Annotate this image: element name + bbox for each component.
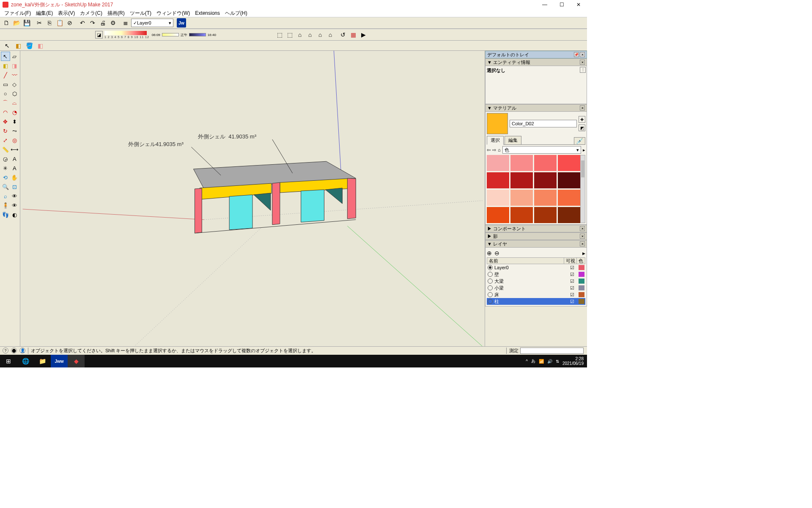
- swatch[interactable]: [558, 190, 580, 206]
- shadow-close-icon[interactable]: ✕: [580, 234, 585, 239]
- lasso-tool-icon[interactable]: ▱: [10, 52, 19, 61]
- dimension-tool-icon[interactable]: ⟷: [10, 145, 19, 154]
- start-button[interactable]: ⊞: [0, 355, 17, 367]
- layer-row[interactable]: 大梁☑: [487, 278, 585, 284]
- eraser-tool[interactable]: ◧: [36, 41, 45, 50]
- pan-tool-icon[interactable]: ✋: [10, 173, 19, 182]
- settings-button[interactable]: ⚙: [108, 18, 118, 28]
- material-default-icon[interactable]: ◩: [579, 124, 585, 131]
- shadow-time-slider[interactable]: ◪ 1 2 3 4 5 6 7 8 9 10 11 12 06:09 正午 16…: [95, 29, 216, 40]
- print-button[interactable]: 🖨: [98, 18, 107, 28]
- menu-extensions[interactable]: Extensions: [192, 10, 222, 16]
- swatch[interactable]: [534, 172, 557, 188]
- dc-interact-icon[interactable]: ↺: [338, 30, 348, 39]
- layers-close-icon[interactable]: ✕: [580, 241, 585, 246]
- taskbar-sketchup[interactable]: ◆: [68, 355, 85, 367]
- swatch[interactable]: [534, 190, 557, 206]
- 3pt-arc-icon[interactable]: ◠: [1, 108, 10, 117]
- rotated-rect-icon[interactable]: ◇: [10, 80, 19, 89]
- material-category-combo[interactable]: 色▾: [502, 146, 581, 154]
- delete-button[interactable]: ⊘: [65, 18, 74, 28]
- zoom-extents-icon[interactable]: ⌕: [1, 191, 10, 201]
- copy-button[interactable]: ⎘: [45, 18, 54, 28]
- layer-radio[interactable]: [488, 265, 493, 270]
- dc-attrs-icon[interactable]: ▶: [359, 30, 368, 39]
- components-close-icon[interactable]: ✕: [580, 226, 585, 231]
- swatch[interactable]: [487, 155, 509, 171]
- mat-back-icon[interactable]: ⇦: [487, 147, 491, 153]
- protractor-icon[interactable]: ◶: [1, 154, 10, 163]
- undo-button[interactable]: ↶: [78, 18, 87, 28]
- house2-icon[interactable]: ⌂: [305, 30, 315, 39]
- swatch[interactable]: [558, 172, 580, 188]
- viewport[interactable]: 外側シェル41.9035 m³ 外側シェル 41.9035 m³: [20, 51, 485, 346]
- material-create-icon[interactable]: ✚: [579, 116, 585, 123]
- paint-tool[interactable]: 🪣: [25, 41, 34, 50]
- pushpull-tool-icon[interactable]: ⬍: [10, 117, 19, 126]
- paste-button[interactable]: 📋: [55, 18, 64, 28]
- tray-close-icon[interactable]: ✕: [580, 52, 585, 57]
- layer-icon[interactable]: ≣: [121, 18, 130, 28]
- menu-help[interactable]: ヘルプ(H): [222, 10, 250, 17]
- menu-window[interactable]: ウィンドウ(W): [154, 10, 192, 17]
- menu-camera[interactable]: カメラ(C): [77, 10, 105, 17]
- user-icon[interactable]: 👤: [19, 348, 25, 353]
- shadow-header[interactable]: ▶ 影✕: [485, 232, 587, 240]
- swatch[interactable]: [487, 190, 509, 206]
- layer-combo[interactable]: Layer0▾: [131, 19, 173, 27]
- eraser-icon[interactable]: ◨: [10, 61, 19, 70]
- entity-options-icon[interactable]: ⋮: [580, 67, 586, 73]
- section-tool-icon[interactable]: ◐: [10, 210, 19, 219]
- layer-radio[interactable]: [488, 299, 493, 304]
- tray-title[interactable]: デフォルトのトレイ 📌✕: [485, 51, 587, 58]
- layer-row[interactable]: 壁☑: [487, 271, 585, 278]
- shadow-toggle-icon[interactable]: ◪: [95, 31, 103, 39]
- swatch[interactable]: [558, 207, 580, 223]
- layer-radio[interactable]: [488, 279, 493, 284]
- close-button[interactable]: ✕: [570, 0, 587, 9]
- house3-icon[interactable]: ⌂: [315, 30, 325, 39]
- minimize-button[interactable]: —: [536, 0, 553, 9]
- house4-icon[interactable]: ⌂: [326, 30, 335, 39]
- pie-tool-icon[interactable]: ◔: [10, 108, 19, 117]
- layer-radio[interactable]: [488, 285, 493, 290]
- layer-menu-icon[interactable]: ▸: [582, 250, 585, 257]
- polygon-tool-icon[interactable]: ⬡: [10, 89, 19, 98]
- zoom-window-icon[interactable]: ⊡: [10, 182, 19, 191]
- layer-row[interactable]: 柱☑: [487, 298, 585, 305]
- axes-tool-icon[interactable]: ✳: [1, 163, 10, 173]
- taskbar-explorer[interactable]: 📁: [34, 355, 51, 367]
- layers-header[interactable]: ▼ レイヤ✕: [485, 240, 587, 248]
- system-tray[interactable]: ^ あ 📶 🔊 ⇅ 2:28 2021/06/19: [526, 356, 587, 366]
- mat-menu-icon[interactable]: ▸: [583, 147, 585, 153]
- material-preview-swatch[interactable]: [487, 113, 508, 134]
- menu-view[interactable]: 表示(V): [55, 10, 77, 17]
- tape-tool-icon[interactable]: 📏: [1, 145, 10, 154]
- entity-panel-close-icon[interactable]: ✕: [580, 60, 585, 65]
- position-camera-icon[interactable]: 🧍: [1, 201, 10, 210]
- rectangle-tool-icon[interactable]: ▭: [1, 80, 10, 89]
- dc-options-icon[interactable]: ▦: [348, 30, 358, 39]
- orbit-tool-icon[interactable]: ⟲: [1, 173, 10, 182]
- previous-view-icon[interactable]: 👁: [10, 191, 19, 201]
- swatch[interactable]: [558, 155, 580, 171]
- swatch[interactable]: [534, 155, 557, 171]
- materials-header[interactable]: ▼ マテリアル✕: [485, 104, 587, 112]
- offset-tool-icon[interactable]: ◎: [10, 135, 19, 145]
- tray-volume-icon[interactable]: 🔊: [547, 359, 552, 364]
- clock[interactable]: 2:28 2021/06/19: [562, 356, 584, 366]
- rotate-tool-icon[interactable]: ↻: [1, 126, 10, 135]
- tray-wifi-icon[interactable]: 📶: [539, 359, 544, 364]
- tab-edit[interactable]: 編集: [505, 136, 521, 144]
- swatch[interactable]: [510, 155, 533, 171]
- house1-icon[interactable]: ⌂: [295, 30, 304, 39]
- materials-panel-close-icon[interactable]: ✕: [580, 105, 585, 110]
- outer-shell-icon[interactable]: ⬚: [275, 30, 284, 39]
- 3dtext-tool-icon[interactable]: A: [10, 163, 19, 173]
- select-tool-icon[interactable]: ↖: [1, 52, 10, 61]
- swatch[interactable]: [510, 172, 533, 188]
- components-header[interactable]: ▶ コンポーネント✕: [485, 225, 587, 232]
- swatch[interactable]: [487, 207, 509, 223]
- select-tool[interactable]: ↖: [3, 41, 12, 50]
- menu-draw[interactable]: 描画(R): [105, 10, 127, 17]
